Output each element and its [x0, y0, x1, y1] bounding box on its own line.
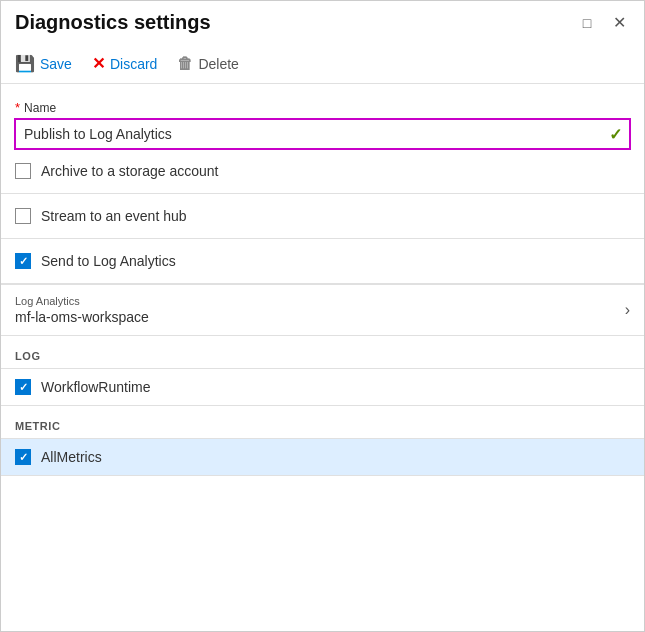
minimize-icon[interactable]: □ — [576, 12, 598, 34]
discard-button[interactable]: ✕ Discard — [92, 52, 157, 75]
la-value: mf-la-oms-workspace — [15, 309, 149, 325]
main-content: * Name ✓ Archive to a storage account St… — [1, 84, 644, 283]
la-label: Log Analytics — [15, 295, 149, 307]
page-title: Diagnostics settings — [15, 11, 211, 34]
name-input-wrapper: ✓ — [15, 119, 630, 149]
window-controls: □ ✕ — [576, 12, 630, 34]
log-section: LOG — [1, 336, 644, 368]
close-icon[interactable]: ✕ — [608, 12, 630, 34]
discard-icon: ✕ — [92, 54, 105, 73]
workflow-runtime-label: WorkflowRuntime — [41, 379, 150, 395]
name-input[interactable] — [15, 119, 630, 149]
save-label: Save — [40, 56, 72, 72]
required-indicator: * — [15, 100, 20, 115]
name-label-text: Name — [24, 101, 56, 115]
log-analytics-wrapper: Log Analytics mf-la-oms-workspace › — [1, 283, 644, 336]
title-bar: Diagnostics settings □ ✕ — [1, 1, 644, 44]
delete-label: Delete — [198, 56, 238, 72]
metric-section-header: METRIC — [15, 406, 630, 438]
delete-button[interactable]: 🗑 Delete — [177, 53, 238, 75]
log-analytics-info: Log Analytics mf-la-oms-workspace — [15, 295, 149, 325]
archive-label: Archive to a storage account — [41, 163, 218, 179]
save-icon: 💾 — [15, 54, 35, 73]
loganalytics-checkbox-row: Send to Log Analytics — [15, 239, 630, 283]
loganalytics-checkbox[interactable] — [15, 253, 31, 269]
save-button[interactable]: 💾 Save — [15, 52, 72, 75]
stream-checkbox-row: Stream to an event hub — [15, 194, 630, 238]
name-field-label: * Name — [15, 100, 630, 115]
discard-label: Discard — [110, 56, 157, 72]
archive-checkbox-row: Archive to a storage account — [15, 149, 630, 193]
toolbar: 💾 Save ✕ Discard 🗑 Delete — [1, 44, 644, 84]
loganalytics-label: Send to Log Analytics — [41, 253, 176, 269]
stream-checkbox[interactable] — [15, 208, 31, 224]
all-metrics-row: AllMetrics — [1, 438, 644, 476]
all-metrics-checkbox[interactable] — [15, 449, 31, 465]
archive-checkbox[interactable] — [15, 163, 31, 179]
input-valid-icon: ✓ — [609, 125, 622, 144]
workflow-runtime-checkbox[interactable] — [15, 379, 31, 395]
log-section-header: LOG — [15, 336, 630, 368]
all-metrics-label: AllMetrics — [41, 449, 102, 465]
stream-label: Stream to an event hub — [41, 208, 187, 224]
metric-section: METRIC — [1, 406, 644, 438]
chevron-right-icon: › — [625, 301, 630, 319]
workflow-runtime-row: WorkflowRuntime — [1, 368, 644, 406]
log-analytics-row[interactable]: Log Analytics mf-la-oms-workspace › — [1, 284, 644, 336]
delete-icon: 🗑 — [177, 55, 193, 73]
